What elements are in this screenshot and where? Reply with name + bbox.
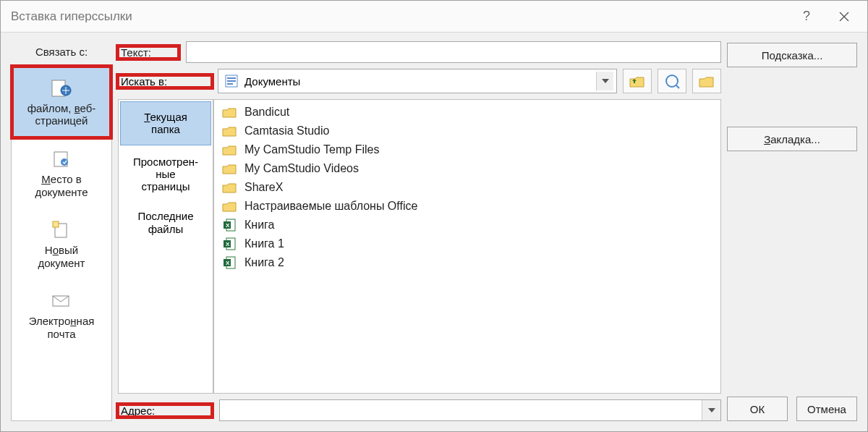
lookin-row: Искать в: Документы [118, 69, 721, 93]
address-row: Адрес: [118, 399, 721, 421]
email-icon [49, 290, 74, 312]
dialog-buttons: ОК Отмена [727, 397, 857, 421]
file-name: My CamStudio Videos [244, 162, 359, 175]
svg-point-11 [666, 75, 678, 87]
file-name: Camtasia Studio [244, 124, 329, 137]
link-target-new-doc[interactable]: Новыйдокумент [12, 209, 111, 280]
folder-icon [221, 161, 237, 176]
browse-area: Текущаяпапка Просмотрен-ныестраницы Посл… [118, 99, 721, 394]
file-name: Bandicut [244, 106, 289, 119]
dialog-body: Связать с: файлом, веб-страницей Место в… [1, 33, 867, 431]
cancel-button[interactable]: Отмена [796, 397, 857, 421]
excel-icon: X [221, 255, 237, 270]
folder-icon [221, 124, 237, 138]
close-button[interactable] [825, 2, 863, 31]
folder-icon [221, 199, 237, 213]
svg-text:X: X [226, 222, 230, 229]
place-in-doc-icon [49, 148, 74, 170]
browse-tab-recent-files[interactable]: Последниефайлы [119, 201, 213, 244]
svg-rect-5 [53, 221, 59, 227]
ok-button[interactable]: ОК [727, 397, 788, 421]
address-input[interactable] [220, 400, 702, 420]
browse-tab-current-folder[interactable]: Текущаяпапка [120, 101, 211, 145]
bookmark-button[interactable]: Закладка... [727, 127, 857, 151]
file-name: Книга 1 [244, 237, 284, 250]
link-target-file-web[interactable]: файлом, веб-страницей [12, 67, 111, 137]
list-item[interactable]: Bandicut [216, 103, 719, 122]
file-name: My CamStudio Temp Files [244, 143, 379, 156]
browse-web-button[interactable] [658, 69, 686, 93]
folder-icon [221, 143, 237, 157]
svg-rect-8 [227, 77, 236, 79]
link-to-label: Связать с: [11, 41, 112, 65]
list-item[interactable]: My CamStudio Videos [216, 159, 719, 178]
link-to-column: Связать с: файлом, веб-страницей Место в… [11, 41, 112, 421]
right-column: Подсказка... Закладка... ОК Отмена [727, 41, 857, 421]
list-item[interactable]: Camtasia Studio [216, 122, 719, 140]
folder-icon [221, 180, 237, 195]
up-folder-button[interactable] [623, 69, 652, 93]
link-target-label: Место вдокументе [35, 173, 88, 198]
excel-icon: X [221, 237, 237, 251]
text-label: Текст: [118, 46, 179, 59]
list-item[interactable]: ShareX [216, 178, 719, 197]
hint-button[interactable]: Подсказка... [727, 43, 857, 67]
folder-icon [221, 105, 237, 119]
new-doc-icon [49, 219, 74, 241]
browse-tab-browsed-pages[interactable]: Просмотрен-ныестраницы [119, 147, 213, 202]
address-dropdown-btn[interactable] [702, 400, 720, 420]
lookin-value: Документы [244, 75, 590, 88]
svg-rect-9 [227, 80, 236, 82]
svg-text:X: X [226, 260, 230, 266]
svg-rect-10 [227, 83, 233, 85]
link-target-label: файлом, веб-страницей [27, 102, 96, 127]
lookin-combo[interactable]: Документы [218, 69, 617, 93]
file-name: Книга 2 [244, 256, 284, 269]
lookin-label: Искать в: [118, 75, 212, 88]
file-web-icon [49, 77, 74, 99]
file-name: Настраиваемые шаблоны Office [244, 200, 417, 213]
file-name: ShareX [244, 181, 283, 194]
doc-library-icon [224, 74, 239, 88]
list-item[interactable]: Настраиваемые шаблоны Office [216, 197, 719, 216]
help-button[interactable]: ? [788, 2, 825, 31]
text-row: Текст: [118, 41, 721, 63]
link-target-place-in-doc[interactable]: Место вдокументе [12, 138, 111, 209]
excel-icon: X [221, 218, 237, 232]
text-input[interactable] [186, 41, 721, 63]
lookin-dropdown-btn[interactable] [596, 72, 613, 90]
browse-tabs: Текущаяпапка Просмотрен-ныестраницы Посл… [118, 99, 213, 394]
link-target-list: файлом, веб-страницей Место вдокументе Н… [11, 65, 112, 421]
list-item[interactable]: XКнига 2 [216, 253, 719, 272]
titlebar: Вставка гиперссылки ? [1, 1, 867, 33]
link-target-label: Новыйдокумент [38, 244, 85, 269]
dialog-title: Вставка гиперссылки [11, 9, 788, 24]
file-name: Книга [244, 219, 274, 232]
link-target-email[interactable]: Электроннаяпочта [12, 280, 111, 351]
link-target-label: Электроннаяпочта [29, 315, 95, 340]
list-item[interactable]: XКнига [216, 216, 719, 234]
address-label: Адрес: [118, 405, 212, 417]
list-item[interactable]: XКнига 1 [216, 234, 719, 253]
file-list[interactable]: BandicutCamtasia StudioMy CamStudio Temp… [213, 99, 721, 394]
browse-file-button[interactable] [692, 69, 721, 93]
address-combo[interactable] [219, 399, 721, 421]
svg-point-3 [61, 158, 68, 166]
list-item[interactable]: My CamStudio Temp Files [216, 140, 719, 159]
svg-text:X: X [226, 241, 230, 247]
main-column: Текст: Искать в: Документы [118, 41, 721, 421]
